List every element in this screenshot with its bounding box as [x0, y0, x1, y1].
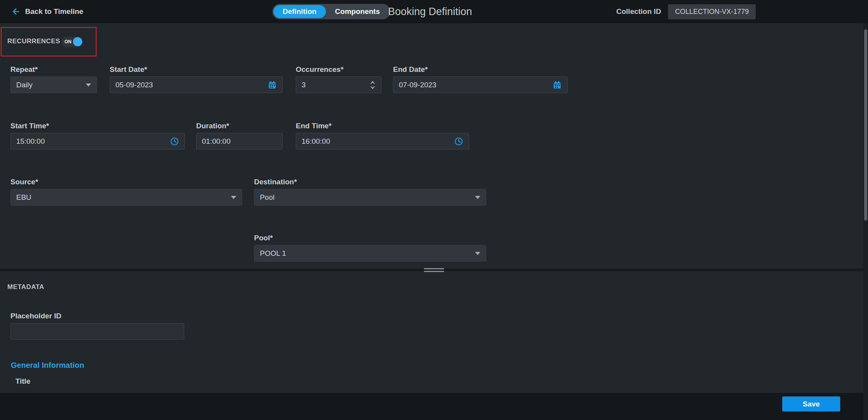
- chevron-up-down-icon[interactable]: [370, 80, 376, 90]
- back-arrow-icon: [12, 7, 20, 16]
- recurrences-toggle[interactable]: ON: [61, 36, 83, 48]
- start-date-label: Start Date*: [110, 64, 283, 75]
- scrollbar-thumb[interactable]: [864, 29, 867, 221]
- placeholder-id-field: Placeholder ID: [10, 311, 184, 340]
- clock-icon[interactable]: [170, 137, 179, 146]
- end-time-field: End Time*: [296, 121, 469, 150]
- back-to-timeline-button[interactable]: Back to Timeline: [12, 0, 83, 23]
- start-time-field: Start Time*: [10, 121, 185, 150]
- end-date-label: End Date*: [393, 64, 568, 75]
- repeat-field: Repeat* Daily: [10, 64, 97, 93]
- source-label: Source*: [10, 177, 242, 187]
- drag-handle-icon[interactable]: [424, 268, 444, 272]
- end-date-input[interactable]: [399, 81, 553, 89]
- occurrences-field: Occurrences*: [296, 64, 381, 93]
- end-time-label: End Time*: [296, 121, 469, 131]
- general-information-heading: General Information: [11, 361, 84, 370]
- destination-value: Pool: [260, 193, 475, 202]
- tab-definition[interactable]: Definition: [273, 5, 326, 18]
- view-mode-tabs: Definition Components: [272, 4, 390, 19]
- source-select[interactable]: EBU: [10, 189, 242, 206]
- occurrences-label: Occurrences*: [296, 64, 381, 75]
- pool-field: Pool* POOL 1: [254, 233, 486, 262]
- toggle-knob: [73, 37, 82, 46]
- end-date-field: End Date*: [393, 64, 568, 93]
- end-time-input[interactable]: [302, 137, 454, 146]
- pool-value: POOL 1: [260, 249, 475, 258]
- start-date-input[interactable]: [115, 81, 268, 89]
- save-button[interactable]: Save: [782, 396, 840, 411]
- destination-select[interactable]: Pool: [254, 189, 486, 206]
- chevron-down-icon: [475, 196, 480, 199]
- title-field-label: Title: [15, 377, 31, 386]
- occurrences-input[interactable]: [302, 81, 370, 89]
- end-date-control: [393, 77, 568, 93]
- start-date-control: [110, 77, 283, 93]
- repeat-value: Daily: [16, 81, 86, 89]
- occurrences-control: [296, 77, 381, 93]
- calendar-icon[interactable]: [268, 80, 277, 90]
- source-value: EBU: [16, 193, 231, 202]
- pool-select[interactable]: POOL 1: [254, 245, 486, 262]
- start-date-field: Start Date*: [110, 64, 283, 93]
- duration-control: [196, 133, 283, 150]
- placeholder-id-input[interactable]: [16, 327, 178, 336]
- tab-components[interactable]: Components: [326, 5, 389, 18]
- clock-icon[interactable]: [454, 137, 463, 146]
- booking-definition-page: Back to Timeline Definition Components B…: [0, 0, 868, 420]
- end-time-control: [296, 133, 469, 150]
- placeholder-id-control: [10, 323, 184, 340]
- destination-label: Destination*: [254, 177, 486, 187]
- duration-label: Duration*: [196, 121, 283, 131]
- duration-field: Duration*: [196, 121, 283, 150]
- bottom-action-bar: [0, 393, 868, 420]
- source-field: Source* EBU: [10, 177, 242, 206]
- metadata-section-label: METADATA: [7, 283, 44, 291]
- page-title: Booking Definition: [388, 0, 472, 23]
- recurrences-toggle-state: ON: [64, 36, 71, 48]
- start-time-label: Start Time*: [10, 121, 185, 131]
- top-bar: Back to Timeline Definition Components B…: [0, 0, 868, 23]
- collection-id-label: Collection ID: [616, 7, 661, 16]
- start-time-input[interactable]: [16, 137, 170, 146]
- back-to-timeline-label: Back to Timeline: [25, 7, 83, 16]
- destination-field: Destination* Pool: [254, 177, 486, 206]
- calendar-icon[interactable]: [553, 80, 562, 90]
- pool-label: Pool*: [254, 233, 486, 243]
- recurrences-section-label: RECURRENCES: [7, 37, 60, 45]
- collection-id-group: Collection ID COLLECTION-VX-1779: [616, 0, 756, 23]
- chevron-down-icon: [86, 83, 91, 87]
- repeat-label: Repeat*: [10, 64, 97, 75]
- placeholder-id-label: Placeholder ID: [10, 311, 184, 321]
- repeat-select[interactable]: Daily: [10, 77, 97, 93]
- start-time-control: [10, 133, 185, 150]
- vertical-scrollbar[interactable]: [863, 23, 868, 420]
- collection-id-value: COLLECTION-VX-1779: [668, 4, 756, 19]
- chevron-down-icon: [231, 196, 236, 199]
- chevron-down-icon: [475, 252, 480, 255]
- duration-input[interactable]: [202, 137, 277, 146]
